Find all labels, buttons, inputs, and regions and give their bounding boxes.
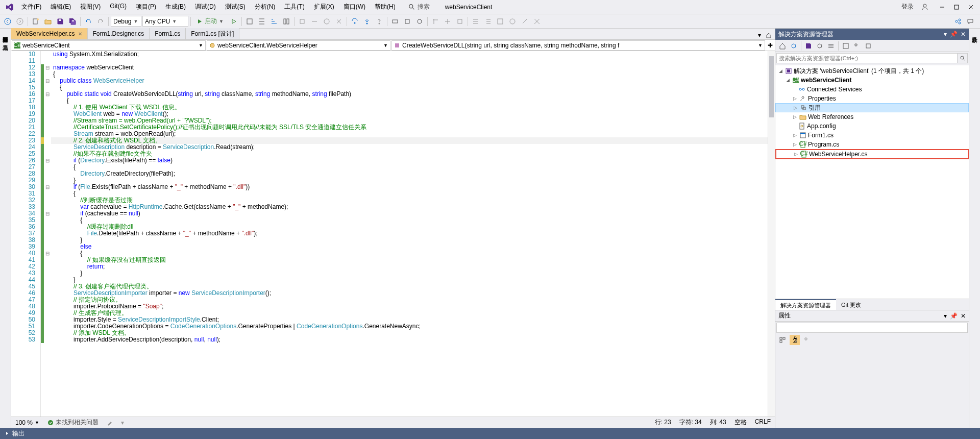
platform-combo[interactable]: Any CPU▼ bbox=[142, 16, 188, 27]
lineending-indicator[interactable]: CRLF bbox=[755, 418, 771, 427]
preview-icon[interactable] bbox=[863, 41, 873, 51]
solution-tree[interactable]: ◢ 解决方案 'webServiceClient' (1 个项目，共 1 个) … bbox=[775, 65, 969, 299]
connected-services-node[interactable]: Connected Services bbox=[775, 85, 969, 94]
show-all-icon[interactable] bbox=[841, 41, 851, 51]
properties-icon[interactable] bbox=[852, 41, 862, 51]
appconfig-node[interactable]: App.config bbox=[775, 121, 969, 131]
menu-item[interactable]: 视图(V) bbox=[76, 1, 105, 13]
menu-item[interactable]: 编辑(E) bbox=[46, 1, 75, 13]
line-indicator[interactable]: 行: 23 bbox=[655, 418, 671, 427]
maximize-icon[interactable] bbox=[953, 4, 960, 10]
alphabetical-icon[interactable]: AZ bbox=[790, 335, 800, 345]
menu-item[interactable]: 帮助(H) bbox=[371, 1, 400, 13]
menu-item[interactable]: 工具(T) bbox=[280, 1, 308, 13]
tb-icon-l[interactable] bbox=[531, 16, 543, 27]
feedback-icon[interactable] bbox=[965, 16, 976, 27]
document-tab[interactable]: Form1.cs [设计] bbox=[186, 28, 239, 39]
tb-step-out[interactable] bbox=[374, 16, 385, 27]
tab-solution-explorer[interactable]: 解决方案资源管理器 bbox=[775, 299, 836, 310]
panel-menu-icon[interactable]: ▾ bbox=[944, 312, 947, 320]
pin-icon[interactable]: 📌 bbox=[950, 312, 958, 320]
tb-icon-a[interactable] bbox=[389, 16, 401, 27]
issues-indicator[interactable]: 未找到相关问题 bbox=[47, 418, 99, 427]
tb-icon-6[interactable] bbox=[309, 16, 320, 27]
menu-item[interactable]: 测试(S) bbox=[221, 1, 250, 13]
toolbox-tab[interactable]: 工具箱 bbox=[1, 39, 10, 43]
tb-icon-k[interactable] bbox=[519, 16, 530, 27]
menu-item[interactable]: 文件(F) bbox=[17, 1, 45, 13]
split-icon[interactable]: ✚ bbox=[766, 42, 775, 49]
menu-item[interactable]: Git(G) bbox=[106, 1, 131, 13]
forward-button[interactable] bbox=[14, 16, 26, 27]
menu-item[interactable]: 项目(P) bbox=[132, 1, 160, 13]
login-link[interactable]: 登录 bbox=[901, 3, 914, 11]
save-button[interactable] bbox=[55, 16, 66, 27]
form1-node[interactable]: ▷ Form1.cs bbox=[775, 131, 969, 140]
tb-icon-4[interactable] bbox=[281, 16, 292, 27]
start-nodebug-button[interactable] bbox=[228, 16, 239, 27]
properties-grid[interactable] bbox=[775, 346, 969, 428]
redo-button[interactable] bbox=[95, 16, 106, 27]
tab-git-changes[interactable]: Git 更改 bbox=[836, 299, 866, 310]
categorized-icon[interactable] bbox=[777, 335, 788, 345]
tb-icon-j[interactable] bbox=[507, 16, 518, 27]
menu-item[interactable]: 扩展(X) bbox=[310, 1, 338, 13]
start-debug-button[interactable]: 启动 ▼ bbox=[193, 16, 227, 27]
program-node[interactable]: ▷ C# Program.cs bbox=[775, 140, 969, 149]
document-tab[interactable]: Form1.cs bbox=[150, 28, 186, 39]
menu-item[interactable]: 窗口(W) bbox=[339, 1, 370, 13]
solution-search-input[interactable] bbox=[776, 53, 958, 63]
pin-icon[interactable]: 📌 bbox=[950, 31, 958, 38]
output-icon[interactable] bbox=[4, 430, 10, 436]
tb-step-into[interactable] bbox=[361, 16, 373, 27]
save-all-icon[interactable] bbox=[803, 41, 814, 51]
panel-menu-icon[interactable]: ▾ bbox=[944, 31, 947, 38]
tb-step-over[interactable] bbox=[349, 16, 360, 27]
server-explorer-tab[interactable]: 服务器资源管理器 bbox=[1, 31, 10, 35]
char-indicator[interactable]: 字符: 34 bbox=[679, 418, 702, 427]
document-tab[interactable]: WebServiceHelper.cs✕ bbox=[11, 28, 88, 39]
bc-member[interactable]: CreateWebServiceDLL(string url, string c… bbox=[391, 40, 765, 51]
home-icon[interactable] bbox=[777, 41, 788, 51]
user-icon[interactable] bbox=[921, 3, 929, 11]
new-button[interactable] bbox=[30, 16, 41, 27]
brush-icon[interactable] bbox=[107, 420, 113, 426]
search-area[interactable]: 搜索 bbox=[408, 3, 430, 11]
close-panel-icon[interactable]: ✕ bbox=[961, 31, 966, 38]
tb-icon-3[interactable] bbox=[268, 16, 280, 27]
indent-indicator[interactable]: 空格 bbox=[734, 418, 747, 427]
zoom-combo[interactable]: 100 %▼ bbox=[15, 419, 39, 426]
web-references-node[interactable]: ▷ Web References bbox=[775, 112, 969, 121]
scroll-map[interactable] bbox=[768, 51, 775, 417]
close-icon[interactable] bbox=[968, 4, 974, 10]
webservicehelper-node[interactable]: ▷ C# WebServiceHelper.cs bbox=[775, 149, 969, 159]
properties-node[interactable]: ▷ Properties bbox=[775, 94, 969, 103]
col-indicator[interactable]: 列: 43 bbox=[710, 418, 726, 427]
sync-icon[interactable] bbox=[789, 41, 799, 51]
tb-icon-d[interactable] bbox=[430, 16, 441, 27]
properties-header[interactable]: 属性 ▾ 📌 ✕ bbox=[775, 310, 969, 322]
close-tab-icon[interactable]: ✕ bbox=[78, 31, 82, 37]
back-button[interactable] bbox=[2, 16, 13, 27]
tb-icon-2[interactable] bbox=[256, 16, 267, 27]
references-node[interactable]: ▷ 引用 bbox=[775, 103, 969, 112]
tb-icon-i[interactable] bbox=[495, 16, 506, 27]
events-icon[interactable] bbox=[802, 335, 812, 345]
minimize-icon[interactable] bbox=[939, 4, 945, 10]
tb-icon-e[interactable] bbox=[442, 16, 453, 27]
undo-button[interactable] bbox=[83, 16, 94, 27]
document-tab[interactable]: Form1.Designer.cs bbox=[88, 28, 150, 39]
code-editor[interactable]: 1011121314151617181920212223242526272829… bbox=[11, 51, 775, 417]
diagnostic-tools-tab[interactable]: 诊断工具 bbox=[970, 31, 979, 35]
solution-explorer-header[interactable]: 解决方案资源管理器 ▾ 📌 ✕ bbox=[775, 29, 969, 40]
tb-icon-7[interactable] bbox=[321, 16, 332, 27]
tb-icon-1[interactable] bbox=[244, 16, 255, 27]
bc-class[interactable]: webServiceClient.WebServiceHelper▼ bbox=[207, 40, 390, 51]
tb-icon-b[interactable] bbox=[402, 16, 413, 27]
menu-item[interactable]: 调试(D) bbox=[191, 1, 220, 13]
search-go-icon[interactable] bbox=[958, 53, 968, 63]
project-node[interactable]: ◢ C# webServiceClient bbox=[775, 76, 969, 85]
live-share-icon[interactable] bbox=[952, 16, 964, 27]
menu-item[interactable]: 分析(N) bbox=[251, 1, 280, 13]
tab-dropdown-icon[interactable]: ▾ bbox=[755, 31, 764, 39]
